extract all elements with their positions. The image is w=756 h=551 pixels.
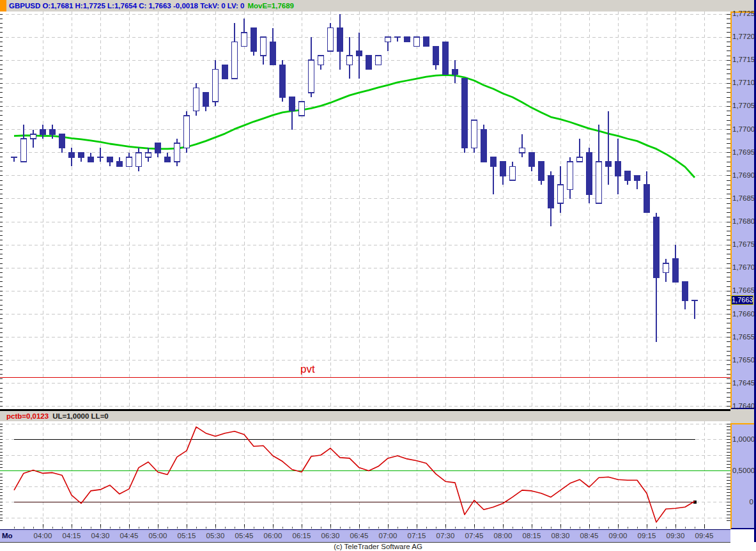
time-axis-label: 06:30 bbox=[319, 532, 342, 539]
price-axis-label: 1,7680 bbox=[732, 217, 753, 225]
chart-window: GBPUSD O:1,7681 H:1,7725 L:1,7654 C: 1,7… bbox=[0, 0, 756, 551]
current-price-tag: 1,7663 bbox=[731, 295, 753, 305]
time-axis-label: 05:45 bbox=[233, 532, 256, 539]
chart-canvas[interactable] bbox=[0, 0, 756, 551]
price-axis-label: 1,7720 bbox=[732, 33, 753, 40]
price-axis-label: 1,7695 bbox=[732, 148, 753, 156]
price-axis-label: 1,7715 bbox=[732, 56, 753, 63]
copyright-text: (c) TeleTrader Software AG bbox=[0, 543, 756, 551]
time-axis-label: 04:45 bbox=[118, 532, 141, 539]
time-axis-label: 09:15 bbox=[635, 532, 658, 539]
price-axis-label: 1,7675 bbox=[732, 240, 753, 248]
price-axis-label: 1,7690 bbox=[732, 171, 753, 179]
time-axis-label: 08:30 bbox=[549, 532, 572, 539]
time-axis-label: 05:30 bbox=[204, 532, 227, 539]
time-axis-label: 08:00 bbox=[491, 532, 514, 539]
time-axis-label: 05:00 bbox=[146, 532, 169, 539]
indicator-header-bar: pctb=0,0123 UL=1,0000 LL=0 bbox=[0, 411, 730, 421]
price-axis-label: 1,7685 bbox=[732, 194, 753, 202]
time-axis-label: 04:30 bbox=[89, 532, 112, 539]
quote-header-bar: GBPUSD O:1,7681 H:1,7725 L:1,7654 C: 1,7… bbox=[0, 0, 756, 12]
price-axis-label: 1,7725 bbox=[732, 10, 753, 17]
instrument-marker-icon bbox=[0, 0, 6, 12]
time-axis-label: 07:15 bbox=[405, 532, 428, 539]
time-axis-label: 08:45 bbox=[578, 532, 601, 539]
price-axis-label: 1,7640 bbox=[732, 402, 753, 410]
time-axis-label: 06:00 bbox=[261, 532, 284, 539]
pvt-line-label: pvt bbox=[300, 363, 315, 376]
price-axis-label: 1,7660 bbox=[732, 310, 753, 318]
time-axis-label: 07:30 bbox=[434, 532, 457, 539]
time-axis-label: 09:45 bbox=[693, 532, 716, 539]
indicator-axis-label: 0 bbox=[732, 498, 753, 506]
indicator-value-text: pctb=0,0123 bbox=[6, 412, 49, 420]
time-axis-label: 04:00 bbox=[31, 532, 54, 539]
price-axis-label: 1,7710 bbox=[732, 79, 753, 86]
time-axis-label: 07:45 bbox=[463, 532, 486, 539]
time-axis-label: 06:15 bbox=[290, 532, 313, 539]
time-axis-label: 06:45 bbox=[348, 532, 371, 539]
indicator-axis-label: 0,5000 bbox=[732, 467, 753, 474]
price-axis-label: 1,7700 bbox=[732, 125, 753, 133]
day-of-week-label: Mo bbox=[2, 532, 13, 539]
time-axis-label: 09:30 bbox=[664, 532, 687, 539]
indicator-axis-label: 1,0000 bbox=[732, 435, 753, 443]
price-axis-label: 1,7670 bbox=[732, 263, 753, 271]
indicator-params-text: UL=1,0000 LL=0 bbox=[52, 412, 109, 420]
symbol-quote-text: GBPUSD O:1,7681 H:1,7725 L:1,7654 C: 1,7… bbox=[9, 2, 244, 10]
time-axis-label: 08:15 bbox=[520, 532, 543, 539]
time-axis-label: 07:00 bbox=[376, 532, 399, 539]
price-axis-label: 1,7655 bbox=[732, 333, 753, 341]
price-axis-label: 1,7650 bbox=[732, 356, 753, 364]
price-axis-label: 1,7705 bbox=[732, 102, 753, 109]
time-axis-label: 04:15 bbox=[60, 532, 83, 539]
time-axis-label: 05:15 bbox=[175, 532, 198, 539]
price-axis-label: 1,7645 bbox=[732, 379, 753, 387]
time-axis-label: 09:00 bbox=[606, 532, 629, 539]
price-axis-label: 1,7665 bbox=[732, 286, 753, 294]
moving-average-value-text: MovE=1,7689 bbox=[247, 2, 294, 10]
